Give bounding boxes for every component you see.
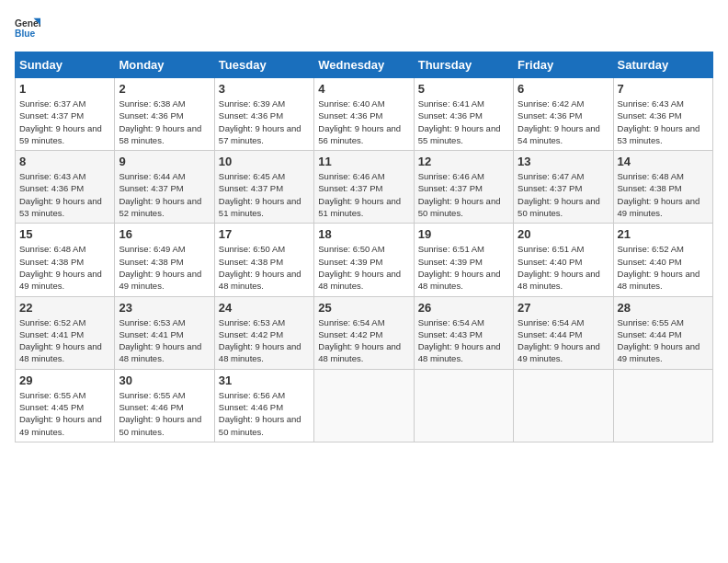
day-number: 4 bbox=[318, 82, 409, 96]
day-number: 11 bbox=[318, 155, 409, 168]
day-info: Sunrise: 6:37 AM Sunset: 4:37 PM Dayligh… bbox=[19, 98, 110, 146]
day-number: 25 bbox=[318, 301, 409, 315]
day-info: Sunrise: 6:44 AM Sunset: 4:37 PM Dayligh… bbox=[119, 170, 210, 219]
calendar-day-cell: 18Sunrise: 6:50 AM Sunset: 4:39 PM Dayli… bbox=[314, 224, 414, 296]
day-number: 24 bbox=[219, 301, 310, 315]
calendar-week-row: 15Sunrise: 6:48 AM Sunset: 4:38 PM Dayli… bbox=[16, 224, 713, 296]
day-number: 13 bbox=[518, 155, 609, 168]
svg-text:Blue: Blue bbox=[15, 29, 36, 39]
calendar-day-cell: 14Sunrise: 6:48 AM Sunset: 4:38 PM Dayli… bbox=[613, 151, 712, 224]
day-info: Sunrise: 6:48 AM Sunset: 4:38 PM Dayligh… bbox=[618, 170, 709, 219]
day-info: Sunrise: 6:55 AM Sunset: 4:45 PM Dayligh… bbox=[19, 389, 110, 438]
day-info: Sunrise: 6:38 AM Sunset: 4:36 PM Dayligh… bbox=[119, 98, 210, 146]
calendar-day-cell: 7Sunrise: 6:43 AM Sunset: 4:36 PM Daylig… bbox=[613, 78, 712, 151]
day-number: 14 bbox=[618, 155, 709, 168]
day-info: Sunrise: 6:51 AM Sunset: 4:39 PM Dayligh… bbox=[418, 243, 509, 292]
day-info: Sunrise: 6:46 AM Sunset: 4:37 PM Dayligh… bbox=[418, 170, 509, 219]
day-info: Sunrise: 6:51 AM Sunset: 4:40 PM Dayligh… bbox=[518, 243, 609, 292]
day-number: 10 bbox=[219, 155, 310, 168]
day-number: 31 bbox=[219, 373, 310, 387]
day-info: Sunrise: 6:46 AM Sunset: 4:37 PM Dayligh… bbox=[318, 170, 409, 219]
day-info: Sunrise: 6:52 AM Sunset: 4:41 PM Dayligh… bbox=[19, 316, 110, 365]
day-info: Sunrise: 6:42 AM Sunset: 4:36 PM Dayligh… bbox=[518, 98, 609, 146]
page-header: GeneralBlue bbox=[15, 15, 713, 40]
day-number: 26 bbox=[418, 301, 509, 315]
weekday-header-cell: Thursday bbox=[414, 52, 513, 78]
calendar-day-cell bbox=[314, 369, 414, 442]
day-number: 23 bbox=[119, 301, 210, 315]
calendar-day-cell: 30Sunrise: 6:55 AM Sunset: 4:46 PM Dayli… bbox=[115, 369, 214, 442]
day-info: Sunrise: 6:50 AM Sunset: 4:38 PM Dayligh… bbox=[219, 243, 310, 292]
calendar-day-cell: 4Sunrise: 6:40 AM Sunset: 4:36 PM Daylig… bbox=[314, 78, 414, 151]
day-info: Sunrise: 6:54 AM Sunset: 4:43 PM Dayligh… bbox=[418, 316, 509, 365]
day-number: 30 bbox=[119, 373, 210, 387]
day-number: 9 bbox=[119, 155, 210, 168]
day-info: Sunrise: 6:55 AM Sunset: 4:46 PM Dayligh… bbox=[119, 389, 210, 438]
calendar-day-cell: 13Sunrise: 6:47 AM Sunset: 4:37 PM Dayli… bbox=[514, 151, 613, 224]
calendar-day-cell: 22Sunrise: 6:52 AM Sunset: 4:41 PM Dayli… bbox=[16, 296, 115, 369]
calendar-week-row: 8Sunrise: 6:43 AM Sunset: 4:36 PM Daylig… bbox=[16, 151, 713, 224]
day-number: 29 bbox=[19, 373, 110, 387]
calendar-day-cell: 5Sunrise: 6:41 AM Sunset: 4:36 PM Daylig… bbox=[414, 78, 513, 151]
calendar-week-row: 1Sunrise: 6:37 AM Sunset: 4:37 PM Daylig… bbox=[16, 78, 713, 151]
weekday-header-cell: Tuesday bbox=[214, 52, 313, 78]
calendar-day-cell: 31Sunrise: 6:56 AM Sunset: 4:46 PM Dayli… bbox=[214, 369, 313, 442]
day-number: 27 bbox=[518, 301, 609, 315]
calendar-day-cell: 25Sunrise: 6:54 AM Sunset: 4:42 PM Dayli… bbox=[314, 296, 414, 369]
logo-icon: GeneralBlue bbox=[15, 15, 40, 40]
weekday-header-cell: Saturday bbox=[613, 52, 712, 78]
weekday-header-cell: Friday bbox=[514, 52, 613, 78]
day-info: Sunrise: 6:45 AM Sunset: 4:37 PM Dayligh… bbox=[219, 170, 310, 219]
day-number: 18 bbox=[318, 227, 409, 241]
weekday-header-cell: Sunday bbox=[16, 52, 115, 78]
weekday-header-cell: Monday bbox=[115, 52, 214, 78]
day-info: Sunrise: 6:52 AM Sunset: 4:40 PM Dayligh… bbox=[618, 243, 709, 292]
calendar-day-cell: 19Sunrise: 6:51 AM Sunset: 4:39 PM Dayli… bbox=[414, 224, 513, 296]
calendar-day-cell: 8Sunrise: 6:43 AM Sunset: 4:36 PM Daylig… bbox=[16, 151, 115, 224]
day-info: Sunrise: 6:47 AM Sunset: 4:37 PM Dayligh… bbox=[518, 170, 609, 219]
day-info: Sunrise: 6:54 AM Sunset: 4:44 PM Dayligh… bbox=[518, 316, 609, 365]
day-info: Sunrise: 6:56 AM Sunset: 4:46 PM Dayligh… bbox=[219, 389, 310, 438]
day-number: 2 bbox=[119, 82, 210, 96]
day-number: 7 bbox=[618, 82, 709, 96]
day-number: 28 bbox=[618, 301, 709, 315]
day-info: Sunrise: 6:50 AM Sunset: 4:39 PM Dayligh… bbox=[318, 243, 409, 292]
calendar-day-cell: 15Sunrise: 6:48 AM Sunset: 4:38 PM Dayli… bbox=[16, 224, 115, 296]
calendar-day-cell: 11Sunrise: 6:46 AM Sunset: 4:37 PM Dayli… bbox=[314, 151, 414, 224]
calendar-body: 1Sunrise: 6:37 AM Sunset: 4:37 PM Daylig… bbox=[16, 78, 713, 442]
day-number: 21 bbox=[618, 227, 709, 241]
day-info: Sunrise: 6:40 AM Sunset: 4:36 PM Dayligh… bbox=[318, 98, 409, 146]
calendar-day-cell: 17Sunrise: 6:50 AM Sunset: 4:38 PM Dayli… bbox=[214, 224, 313, 296]
day-info: Sunrise: 6:54 AM Sunset: 4:42 PM Dayligh… bbox=[318, 316, 409, 365]
day-info: Sunrise: 6:41 AM Sunset: 4:36 PM Dayligh… bbox=[418, 98, 509, 146]
calendar-day-cell: 12Sunrise: 6:46 AM Sunset: 4:37 PM Dayli… bbox=[414, 151, 513, 224]
day-number: 3 bbox=[219, 82, 310, 96]
day-number: 20 bbox=[518, 227, 609, 241]
calendar-day-cell: 3Sunrise: 6:39 AM Sunset: 4:36 PM Daylig… bbox=[214, 78, 313, 151]
day-info: Sunrise: 6:39 AM Sunset: 4:36 PM Dayligh… bbox=[219, 98, 310, 146]
day-info: Sunrise: 6:49 AM Sunset: 4:38 PM Dayligh… bbox=[119, 243, 210, 292]
day-number: 16 bbox=[119, 227, 210, 241]
weekday-header-cell: Wednesday bbox=[314, 52, 414, 78]
calendar-day-cell: 24Sunrise: 6:53 AM Sunset: 4:42 PM Dayli… bbox=[214, 296, 313, 369]
day-number: 8 bbox=[19, 155, 110, 168]
calendar-day-cell bbox=[514, 369, 613, 442]
calendar-day-cell: 6Sunrise: 6:42 AM Sunset: 4:36 PM Daylig… bbox=[514, 78, 613, 151]
day-number: 17 bbox=[219, 227, 310, 241]
calendar-day-cell: 1Sunrise: 6:37 AM Sunset: 4:37 PM Daylig… bbox=[16, 78, 115, 151]
calendar-day-cell: 26Sunrise: 6:54 AM Sunset: 4:43 PM Dayli… bbox=[414, 296, 513, 369]
calendar-day-cell bbox=[613, 369, 712, 442]
day-number: 19 bbox=[418, 227, 509, 241]
calendar-day-cell bbox=[414, 369, 513, 442]
calendar-table: SundayMondayTuesdayWednesdayThursdayFrid… bbox=[15, 52, 713, 442]
calendar-day-cell: 20Sunrise: 6:51 AM Sunset: 4:40 PM Dayli… bbox=[514, 224, 613, 296]
day-number: 12 bbox=[418, 155, 509, 168]
calendar-day-cell: 16Sunrise: 6:49 AM Sunset: 4:38 PM Dayli… bbox=[115, 224, 214, 296]
day-number: 6 bbox=[518, 82, 609, 96]
day-info: Sunrise: 6:53 AM Sunset: 4:42 PM Dayligh… bbox=[219, 316, 310, 365]
calendar-week-row: 29Sunrise: 6:55 AM Sunset: 4:45 PM Dayli… bbox=[16, 369, 713, 442]
calendar-day-cell: 21Sunrise: 6:52 AM Sunset: 4:40 PM Dayli… bbox=[613, 224, 712, 296]
day-info: Sunrise: 6:53 AM Sunset: 4:41 PM Dayligh… bbox=[119, 316, 210, 365]
weekday-header-row: SundayMondayTuesdayWednesdayThursdayFrid… bbox=[16, 52, 713, 78]
calendar-day-cell: 23Sunrise: 6:53 AM Sunset: 4:41 PM Dayli… bbox=[115, 296, 214, 369]
